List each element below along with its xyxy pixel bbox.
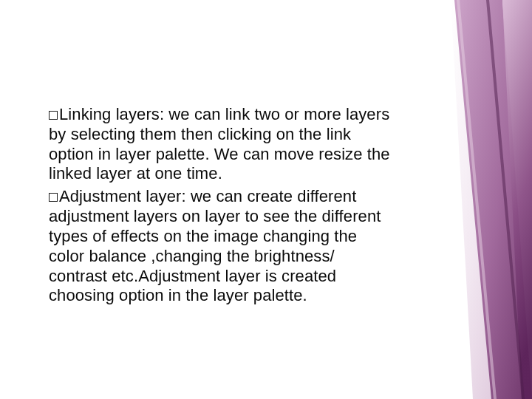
bullet-lead: Linking bbox=[59, 105, 111, 123]
square-bullet-icon bbox=[49, 193, 58, 202]
slide: Linking layers: we can link two or more … bbox=[0, 0, 532, 399]
body-text: Linking layers: we can link two or more … bbox=[49, 105, 396, 309]
square-bullet-icon bbox=[49, 111, 58, 120]
list-item: Linking layers: we can link two or more … bbox=[49, 105, 396, 184]
side-decor bbox=[451, 0, 532, 399]
bullet-lead: Adjustment bbox=[59, 187, 141, 205]
list-item: Adjustment layer: we can create differen… bbox=[49, 187, 396, 306]
